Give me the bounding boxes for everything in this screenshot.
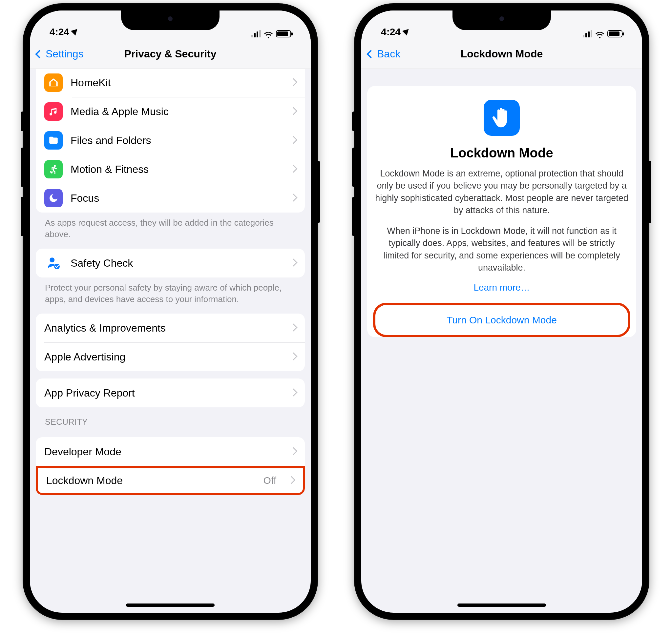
row-motion-fitness[interactable]: Motion & Fitness <box>36 155 305 184</box>
iphone-frame-left: 4:24 Settings Privacy & Security <box>23 3 318 620</box>
hw-mute-switch <box>352 112 355 131</box>
nav-bar: Settings Privacy & Security <box>30 39 311 69</box>
row-homekit[interactable]: HomeKit <box>36 69 305 97</box>
chevron-right-icon <box>286 448 296 455</box>
folder-icon <box>44 131 63 150</box>
hw-volume-down <box>21 197 24 236</box>
security-group: Developer Mode Lockdown Mode Off <box>36 437 305 495</box>
learn-more-link[interactable]: Learn more… <box>474 283 530 293</box>
row-lockdown-mode[interactable]: Lockdown Mode Off <box>36 466 305 495</box>
row-label: Lockdown Mode <box>46 474 256 487</box>
home-indicator[interactable] <box>126 604 215 607</box>
card-paragraph-1: Lockdown Mode is an extreme, optional pr… <box>374 168 630 217</box>
status-time: 4:24 <box>381 26 401 38</box>
chevron-right-icon <box>286 390 296 396</box>
chevron-right-icon <box>286 260 296 267</box>
hw-power-button <box>317 161 320 223</box>
row-label: Analytics & Improvements <box>44 322 278 334</box>
back-label: Settings <box>46 48 84 60</box>
row-label: Files and Folders <box>71 135 278 147</box>
group-footer: As apps request access, they will be add… <box>36 213 305 241</box>
row-label: App Privacy Report <box>44 387 278 399</box>
chevron-right-icon <box>284 477 294 484</box>
battery-icon <box>276 30 291 38</box>
row-label: Media & Apple Music <box>71 106 278 118</box>
chevron-left-icon <box>35 50 43 58</box>
nav-bar: Back Lockdown Mode <box>361 39 642 69</box>
hw-power-button <box>648 161 651 223</box>
status-time: 4:24 <box>50 26 69 38</box>
chevron-right-icon <box>286 108 296 115</box>
row-label: Safety Check <box>71 257 278 269</box>
row-files-folders[interactable]: Files and Folders <box>36 126 305 155</box>
group-footer: Protect your personal safety by staying … <box>36 277 305 306</box>
row-media-music[interactable]: Media & Apple Music <box>36 97 305 126</box>
hw-volume-down <box>352 197 355 236</box>
safety-check-icon <box>44 256 63 270</box>
hw-volume-up <box>352 148 355 187</box>
hand-stop-icon <box>484 100 520 136</box>
privacy-categories-group: HomeKit Media & Apple Music Files and Fo… <box>36 69 305 213</box>
chevron-left-icon <box>366 50 375 58</box>
iphone-frame-right: 4:24 Back Lockdown Mode <box>354 3 649 620</box>
cellular-signal-icon <box>251 30 261 38</box>
chevron-right-icon <box>286 137 296 144</box>
battery-icon <box>607 30 622 38</box>
svg-point-0 <box>50 258 54 262</box>
wifi-icon <box>596 30 604 38</box>
row-label: Developer Mode <box>44 446 278 458</box>
hw-volume-up <box>21 148 24 187</box>
homekit-icon <box>44 73 63 92</box>
back-button[interactable]: Settings <box>37 48 84 60</box>
row-apple-advertising[interactable]: Apple Advertising <box>36 342 305 371</box>
row-developer-mode[interactable]: Developer Mode <box>36 437 305 466</box>
card-title: Lockdown Mode <box>374 146 630 161</box>
safety-check-group: Safety Check <box>36 249 305 277</box>
notch <box>121 10 219 30</box>
turn-on-lockdown-button[interactable]: Turn On Lockdown Mode <box>375 305 628 335</box>
wifi-icon <box>264 30 273 38</box>
lockdown-card: Lockdown Mode Lockdown Mode is an extrem… <box>367 86 636 337</box>
card-paragraph-2: When iPhone is in Lockdown Mode, it will… <box>374 225 630 274</box>
app-privacy-group: App Privacy Report <box>36 379 305 407</box>
location-arrow-icon <box>71 27 80 35</box>
back-label: Back <box>377 48 400 60</box>
section-header-security: SECURITY <box>36 407 305 430</box>
row-focus[interactable]: Focus <box>36 184 305 213</box>
fitness-icon <box>44 160 63 178</box>
back-button[interactable]: Back <box>368 48 400 60</box>
page-title: Lockdown Mode <box>361 48 642 60</box>
row-label: Focus <box>71 192 278 204</box>
chevron-right-icon <box>286 353 296 361</box>
row-analytics[interactable]: Analytics & Improvements <box>36 314 305 342</box>
turn-on-highlight: Turn On Lockdown Mode <box>373 303 630 337</box>
row-label: Apple Advertising <box>44 351 278 363</box>
music-icon <box>44 102 63 121</box>
chevron-right-icon <box>286 166 296 173</box>
row-label: Motion & Fitness <box>71 163 278 175</box>
focus-moon-icon <box>44 189 63 207</box>
cellular-signal-icon <box>583 30 592 38</box>
row-label: HomeKit <box>71 77 278 89</box>
analytics-group: Analytics & Improvements Apple Advertisi… <box>36 314 305 371</box>
location-arrow-icon <box>402 27 411 35</box>
home-indicator[interactable] <box>457 604 546 607</box>
row-app-privacy-report[interactable]: App Privacy Report <box>36 379 305 407</box>
hw-mute-switch <box>21 112 24 131</box>
chevron-right-icon <box>286 325 296 332</box>
chevron-right-icon <box>286 79 296 86</box>
chevron-right-icon <box>286 195 296 202</box>
notch <box>453 10 551 30</box>
row-safety-check[interactable]: Safety Check <box>36 249 305 277</box>
row-value: Off <box>263 475 276 486</box>
